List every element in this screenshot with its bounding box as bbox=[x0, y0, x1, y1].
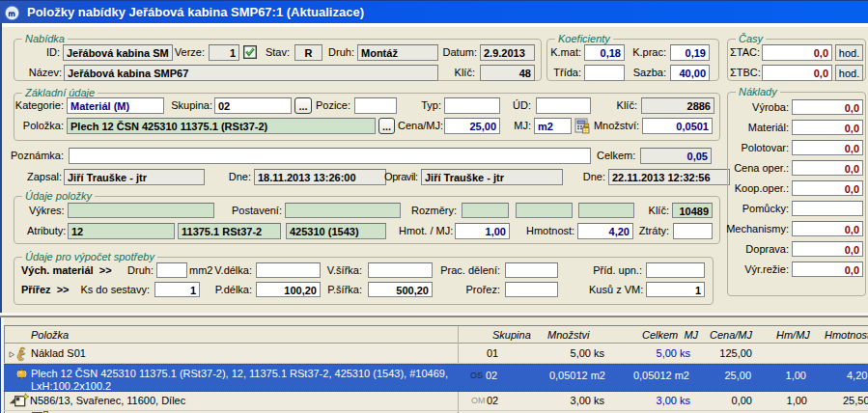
svg-text:€: € bbox=[17, 350, 24, 363]
